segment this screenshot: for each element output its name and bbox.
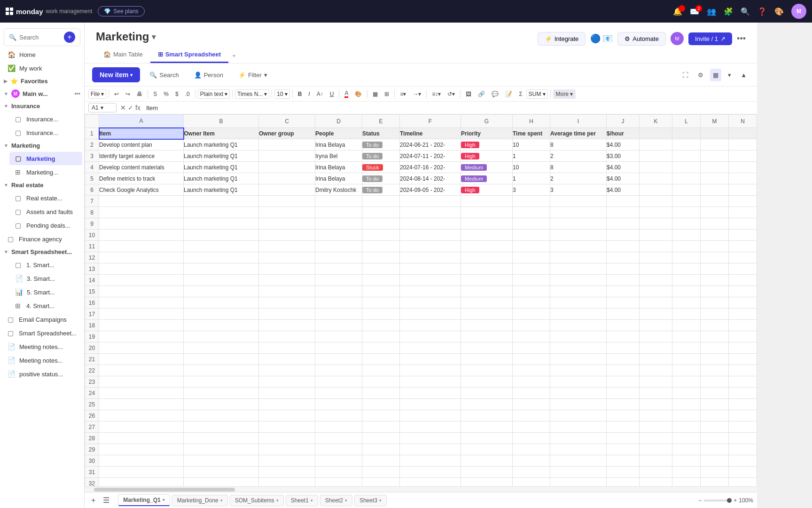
formula-content[interactable]: Item (144, 103, 753, 112)
cell-27-B[interactable] (184, 421, 259, 433)
cell-26-M[interactable] (701, 410, 729, 421)
cell-32-M[interactable] (701, 478, 729, 487)
cell-7-J[interactable] (607, 196, 640, 207)
text-color-button[interactable]: A (342, 88, 351, 99)
cell-7-A[interactable] (99, 196, 184, 207)
cell-4-G[interactable]: Medium (461, 162, 513, 173)
insert-image-button[interactable]: 🖼 (463, 89, 474, 99)
sidebar-item-realestate[interactable]: ▢ Real estate... (9, 191, 82, 205)
cell-10-B[interactable] (184, 230, 259, 241)
cell-14-C[interactable] (259, 275, 315, 286)
cell-18-B[interactable] (184, 320, 259, 331)
cell-30-M[interactable] (701, 455, 729, 467)
font-size-select[interactable]: 10 ▾ (274, 89, 289, 99)
cell-32-G[interactable] (461, 478, 513, 487)
cell-9-K[interactable] (640, 218, 672, 230)
cell-22-K[interactable] (640, 365, 672, 376)
row-header-2[interactable]: 2 (85, 139, 99, 151)
cell-9-I[interactable] (550, 218, 607, 230)
cell-25-G[interactable] (461, 399, 513, 410)
cell-25-C[interactable] (259, 399, 315, 410)
cell-18-D[interactable] (315, 320, 362, 331)
cell-15-N[interactable] (729, 286, 757, 297)
cell-2-A[interactable]: Develop content plan (99, 139, 184, 151)
cell-8-I[interactable] (550, 207, 607, 218)
cell-9-J[interactable] (607, 218, 640, 230)
cell-16-I[interactable] (550, 297, 607, 309)
row-header-20[interactable]: 20 (85, 342, 99, 354)
cell-15-A[interactable] (99, 286, 184, 297)
cell-20-B[interactable] (184, 342, 259, 354)
cell-4-F[interactable]: 2024-07-16 - 202- (400, 162, 461, 173)
cell-14-N[interactable] (729, 275, 757, 286)
cell-13-G[interactable] (461, 263, 513, 275)
sidebar-item-smart3[interactable]: 📄 3. Smart... (9, 272, 82, 285)
apps-icon[interactable]: 🧩 (724, 7, 733, 16)
sidebar-item-insurance1[interactable]: ▢ Insurance... (9, 112, 82, 126)
row-header-8[interactable]: 8 (85, 207, 99, 218)
cell-6-M[interactable] (701, 184, 729, 196)
plain-text-select[interactable]: Plain text ▾ (198, 89, 230, 99)
cell-1-H[interactable]: Time spent (513, 128, 550, 139)
cell-19-H[interactable] (513, 331, 550, 342)
insert-table-button[interactable]: ▦ (370, 89, 381, 99)
cell-31-H[interactable] (513, 467, 550, 478)
cell-25-K[interactable] (640, 399, 672, 410)
cell-1-C[interactable]: Owner group (259, 128, 315, 139)
cell-3-G[interactable]: High (461, 151, 513, 162)
cell-2-H[interactable]: 10 (513, 139, 550, 151)
sidebar-group-favorites[interactable]: ▶ ⭐ Favorites (0, 75, 84, 87)
cell-1-N[interactable] (729, 128, 757, 139)
cell-13-I[interactable] (550, 263, 607, 275)
cell-15-B[interactable] (184, 286, 259, 297)
cell-25-D[interactable] (315, 399, 362, 410)
cell-10-D[interactable] (315, 230, 362, 241)
add-workspace-button[interactable]: + (64, 32, 75, 43)
cell-11-L[interactable] (672, 241, 701, 252)
cell-17-L[interactable] (672, 309, 701, 320)
cell-3-L[interactable] (672, 151, 701, 162)
cell-3-I[interactable]: 2 (550, 151, 607, 162)
sidebar-group-realestate[interactable]: ▼ Real estate (0, 179, 84, 191)
cell-13-A[interactable] (99, 263, 184, 275)
cell-9-C[interactable] (259, 218, 315, 230)
row-header-4[interactable]: 4 (85, 162, 99, 173)
cell-26-B[interactable] (184, 410, 259, 421)
cell-8-J[interactable] (607, 207, 640, 218)
cell-28-I[interactable] (550, 433, 607, 444)
cell-12-N[interactable] (729, 252, 757, 263)
cell-10-G[interactable] (461, 230, 513, 241)
cell-30-J[interactable] (607, 455, 640, 467)
cell-10-L[interactable] (672, 230, 701, 241)
cell-23-M[interactable] (701, 376, 729, 388)
cell-9-G[interactable] (461, 218, 513, 230)
cell-28-K[interactable] (640, 433, 672, 444)
cell-23-A[interactable] (99, 376, 184, 388)
sidebar-item-smartss2[interactable]: ▢ Smart Spreadsheet... (2, 326, 82, 340)
cell-15-K[interactable] (640, 286, 672, 297)
cell-11-K[interactable] (640, 241, 672, 252)
col-header-C[interactable]: C (259, 115, 315, 128)
cell-1-K[interactable] (640, 128, 672, 139)
cell-12-C[interactable] (259, 252, 315, 263)
cell-1-J[interactable]: $/hour (607, 128, 640, 139)
cell-29-D[interactable] (315, 444, 362, 455)
cell-16-D[interactable] (315, 297, 362, 309)
cell-15-F[interactable] (400, 286, 461, 297)
cell-30-D[interactable] (315, 455, 362, 467)
cell-29-K[interactable] (640, 444, 672, 455)
expand-icon[interactable]: ⛶ (679, 69, 691, 81)
cell-31-L[interactable] (672, 467, 701, 478)
search-icon[interactable]: 🔍 (741, 7, 750, 16)
cell-9-D[interactable] (315, 218, 362, 230)
cell-29-M[interactable] (701, 444, 729, 455)
cell-32-L[interactable] (672, 478, 701, 487)
cell-21-G[interactable] (461, 354, 513, 365)
cell-27-F[interactable] (400, 421, 461, 433)
cell-12-I[interactable] (550, 252, 607, 263)
cell-18-C[interactable] (259, 320, 315, 331)
cell-10-H[interactable] (513, 230, 550, 241)
cell-1-L[interactable] (672, 128, 701, 139)
cell-19-G[interactable] (461, 331, 513, 342)
cell-26-K[interactable] (640, 410, 672, 421)
